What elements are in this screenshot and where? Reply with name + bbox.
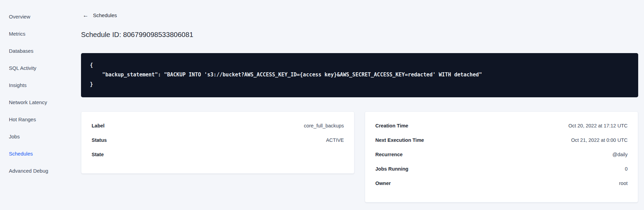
detail-row-jobs-running: Jobs Running 0: [375, 162, 628, 176]
sidebar-item-label: Network Latency: [9, 99, 47, 105]
sidebar-item-label: SQL Activity: [9, 65, 36, 71]
detail-value: Oct 21, 2022 at 0:00 UTC: [571, 137, 628, 143]
detail-label: State: [92, 152, 104, 157]
detail-value: @daily: [612, 152, 628, 157]
detail-row-recurrence: Recurrence @daily: [375, 147, 628, 162]
detail-row-owner: Owner root: [375, 176, 628, 190]
main-content: ← Schedules Schedule ID: 806799098533806…: [81, 0, 638, 210]
sidebar-item-jobs[interactable]: Jobs: [0, 128, 81, 145]
detail-row-state: State: [92, 147, 344, 162]
sidebar-item-label: Databases: [9, 48, 33, 54]
sidebar: Overview Metrics Databases SQL Activity …: [0, 0, 81, 210]
detail-value: Oct 20, 2022 at 17:12 UTC: [568, 123, 628, 128]
sidebar-item-advanced-debug[interactable]: Advanced Debug: [0, 162, 81, 179]
detail-row-next-execution-time: Next Execution Time Oct 21, 2022 at 0:00…: [375, 133, 628, 147]
sidebar-item-databases[interactable]: Databases: [0, 42, 81, 59]
detail-label: Next Execution Time: [375, 137, 424, 143]
sidebar-item-label: Advanced Debug: [9, 168, 48, 174]
detail-cards: Label core_full_backups Status ACTIVE St…: [81, 111, 638, 202]
sidebar-item-label: Overview: [9, 14, 30, 20]
page-title: Schedule ID: 806799098533806081: [81, 30, 638, 39]
detail-label: Status: [92, 137, 107, 143]
back-arrow-icon: ←: [83, 12, 89, 18]
detail-label: Creation Time: [375, 123, 408, 128]
sidebar-item-label: Metrics: [9, 31, 25, 37]
detail-label: Jobs Running: [375, 166, 408, 172]
schedule-definition-code: { "backup_statement": "BACKUP INTO 's3:/…: [81, 53, 638, 97]
detail-value: 0: [625, 166, 628, 172]
sidebar-item-hot-ranges[interactable]: Hot Ranges: [0, 111, 81, 128]
sidebar-item-metrics[interactable]: Metrics: [0, 25, 81, 42]
sidebar-item-label: Jobs: [9, 134, 20, 139]
sidebar-item-sql-activity[interactable]: SQL Activity: [0, 59, 81, 76]
detail-label: Recurrence: [375, 152, 403, 157]
back-link-schedules[interactable]: ← Schedules: [83, 12, 117, 18]
sidebar-item-overview[interactable]: Overview: [0, 8, 81, 25]
schedule-meta-card: Label core_full_backups Status ACTIVE St…: [81, 111, 354, 174]
sidebar-item-label: Insights: [9, 82, 27, 88]
detail-value: core_full_backups: [304, 123, 344, 128]
schedule-timing-card: Creation Time Oct 20, 2022 at 17:12 UTC …: [365, 111, 638, 202]
sidebar-item-label: Schedules: [9, 151, 33, 157]
detail-value: ACTIVE: [326, 137, 344, 143]
sidebar-item-insights[interactable]: Insights: [0, 76, 81, 94]
detail-row-creation-time: Creation Time Oct 20, 2022 at 17:12 UTC: [375, 119, 628, 133]
detail-label: Owner: [375, 181, 391, 186]
back-link-label: Schedules: [93, 12, 117, 18]
sidebar-item-schedules[interactable]: Schedules: [0, 145, 81, 162]
sidebar-item-label: Hot Ranges: [9, 116, 36, 122]
detail-value: root: [619, 181, 628, 186]
detail-label: Label: [92, 123, 105, 128]
sidebar-item-network-latency[interactable]: Network Latency: [0, 94, 81, 111]
detail-row-label: Label core_full_backups: [92, 119, 344, 133]
detail-row-status: Status ACTIVE: [92, 133, 344, 147]
